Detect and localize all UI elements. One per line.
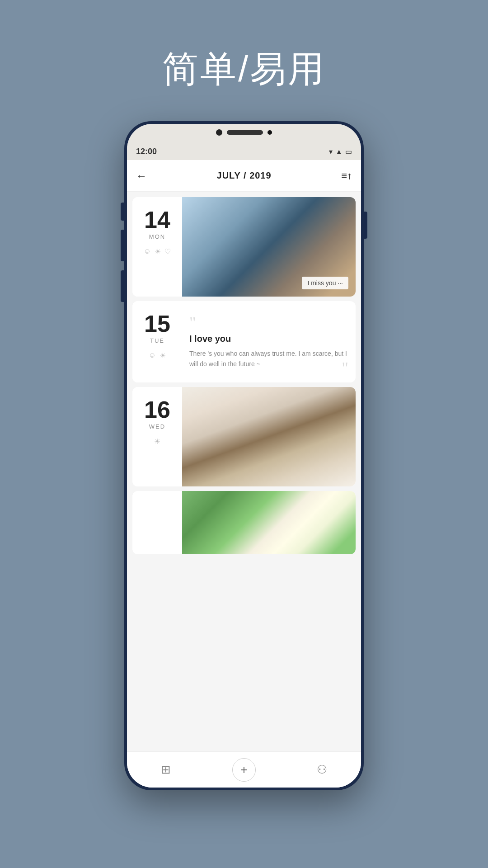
battery-icon: ▭ (345, 147, 352, 156)
content-col-15: " I love you There 's you who can always… (182, 301, 356, 382)
day-number-16: 16 (144, 398, 170, 421)
sun-icon: ☀ (155, 247, 161, 256)
header-title: JULY / 2019 (217, 170, 272, 181)
day-name-15: TUE (150, 337, 164, 344)
profile-icon: ⚇ (317, 763, 327, 777)
content-col-17 (182, 491, 356, 554)
sun-icon-16: ☀ (154, 437, 160, 446)
nav-album[interactable]: ⊞ (152, 756, 179, 783)
mood-icons-16: ☀ (154, 437, 160, 446)
phone-top-bar: 12:00 ▾ ▲ ▭ (127, 124, 361, 160)
smile-icon-15: ☺ (149, 351, 156, 360)
diary-entry-14[interactable]: 14 MON ☺ ☀ ♡ I miss you ··· (132, 197, 356, 297)
quote-close-15: " (342, 360, 348, 376)
phone-shell: 12:00 ▾ ▲ ▭ ← JULY / 2019 ≡↑ (124, 121, 364, 790)
earpiece (227, 130, 263, 135)
signal-icon: ▲ (335, 148, 343, 156)
sort-button[interactable]: ≡↑ (341, 170, 352, 182)
content-col-14: I miss you ··· (182, 197, 356, 297)
phone-screen: 12:00 ▾ ▲ ▭ ← JULY / 2019 ≡↑ (127, 124, 361, 788)
diary-list: 14 MON ☺ ☀ ♡ I miss you ··· (127, 192, 361, 751)
bottom-nav: ⊞ + ⚇ (127, 751, 361, 788)
quote-open-15: " (189, 315, 348, 331)
power-button (364, 212, 367, 239)
page-bg-title: 简单/易用 (162, 45, 326, 94)
volume-up-button (121, 230, 124, 261)
day-name-16: WED (149, 423, 165, 430)
wifi-icon: ▾ (329, 147, 333, 156)
day-number-14: 14 (144, 208, 170, 231)
sensor (267, 130, 272, 135)
plus-icon: + (240, 763, 248, 777)
day-name-14: MON (149, 233, 165, 240)
flower-image (182, 491, 356, 554)
content-col-16 (182, 387, 356, 486)
date-col-16: 16 WED ☀ (132, 387, 182, 486)
smile-icon: ☺ (144, 247, 151, 256)
app-header: ← JULY / 2019 ≡↑ (127, 160, 361, 192)
nav-add[interactable]: + (230, 756, 258, 783)
date-col-14: 14 MON ☺ ☀ ♡ (132, 197, 182, 297)
diary-entry-17[interactable]: 17 (132, 491, 356, 554)
notch (216, 124, 272, 136)
date-col-15: 15 TUE ☺ ☀ (132, 301, 182, 382)
app-content: ← JULY / 2019 ≡↑ 14 MON ☺ ☀ ♡ (127, 160, 361, 788)
add-button[interactable]: + (232, 758, 256, 782)
diary-entry-16[interactable]: 16 WED ☀ (132, 387, 356, 486)
day-number-15: 15 (144, 312, 170, 335)
status-bar: 12:00 ▾ ▲ ▭ (127, 143, 361, 156)
nav-profile[interactable]: ⚇ (309, 756, 336, 783)
side-button-1 (121, 203, 124, 221)
mood-icons-14: ☺ ☀ ♡ (144, 247, 171, 256)
entry-body-15: There 's you who can always trust me. I … (189, 349, 348, 369)
image-caption-14: I miss you ··· (302, 277, 348, 289)
entry-title-15: I love you (189, 334, 348, 344)
sun-icon-15: ☀ (160, 351, 166, 360)
heart-icon: ♡ (164, 247, 171, 256)
volume-down-button (121, 270, 124, 302)
status-icons: ▾ ▲ ▭ (329, 147, 352, 156)
front-camera (216, 129, 222, 136)
text-content-15: " I love you There 's you who can always… (182, 301, 356, 382)
album-icon: ⊞ (161, 763, 171, 777)
clothes-image (182, 387, 356, 486)
back-button[interactable]: ← (136, 170, 147, 182)
mood-icons-15: ☺ ☀ (149, 351, 166, 360)
diary-entry-15[interactable]: 15 TUE ☺ ☀ " I love you There 's you who… (132, 301, 356, 382)
status-time: 12:00 (136, 147, 157, 156)
